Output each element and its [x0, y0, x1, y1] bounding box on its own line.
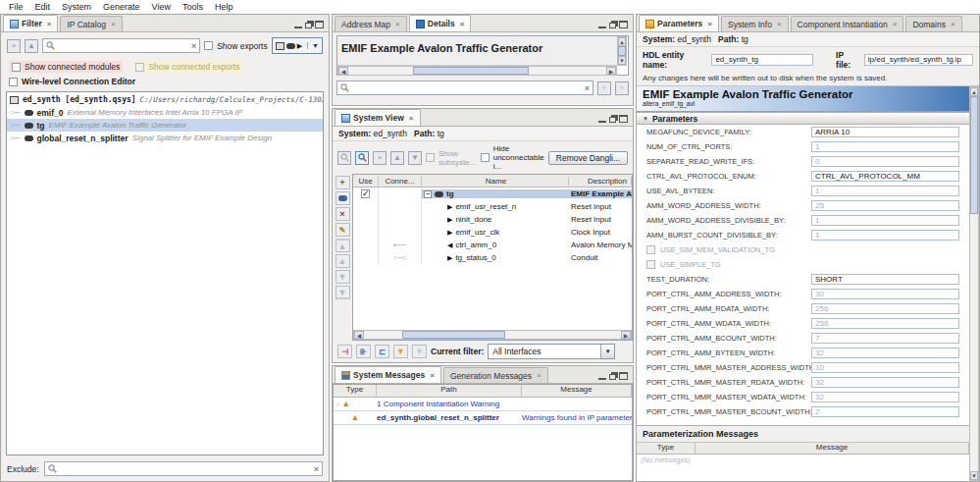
details-search-field[interactable]: ×	[336, 80, 593, 95]
show-exports-checkbox[interactable]	[204, 41, 213, 50]
tab-details[interactable]: Details ×	[409, 15, 472, 31]
maximize-icon[interactable]	[619, 21, 628, 28]
parameters-section-header[interactable]: ▼ Parameters	[637, 112, 969, 125]
current-filter-dropdown[interactable]: All Interfaces ▼	[488, 344, 615, 359]
zoom-in-icon[interactable]	[355, 151, 369, 165]
close-icon[interactable]: ×	[951, 20, 955, 28]
remove-dangling-button[interactable]: Remove Dangli...	[548, 151, 628, 165]
tab-system-view[interactable]: System View ×	[335, 109, 421, 126]
restore-icon[interactable]	[609, 117, 616, 123]
table-row-emif-usr-clk[interactable]: ▶ emif_usr_clk Clock Input	[353, 226, 632, 239]
use-checkbox[interactable]	[361, 189, 370, 198]
chevron-down-icon[interactable]: ▼	[307, 42, 319, 49]
tab-filter[interactable]: Filter ×	[3, 15, 58, 31]
connection-point-icon[interactable]: ○─○	[393, 254, 406, 261]
duplicate-component-icon[interactable]	[335, 191, 350, 205]
param-field[interactable]: SHORT	[811, 274, 959, 285]
exclude-field[interactable]: ×	[44, 461, 323, 476]
scroll-down-icon[interactable]: ▼	[618, 56, 626, 65]
parameters-vertical-scrollbar[interactable]: ▲ ▼	[969, 86, 979, 481]
param-field[interactable]: CTRL_AVL_PROTOCOL_MM	[811, 171, 959, 182]
collapse-all-icon[interactable]: ⊏	[375, 345, 389, 358]
tab-system-messages[interactable]: System Messages ×	[335, 366, 441, 383]
col-type[interactable]: Type	[637, 443, 696, 454]
col-connections[interactable]: Conne...	[379, 177, 422, 186]
scrollbar-thumb[interactable]	[970, 96, 978, 214]
filter-search-field[interactable]: ×	[42, 38, 200, 53]
menu-tools[interactable]: Tools	[178, 1, 208, 13]
close-icon[interactable]: ×	[111, 20, 116, 28]
restore-icon[interactable]	[609, 374, 616, 380]
filter-active-icon[interactable]: ▼	[393, 345, 408, 358]
wire-level-checkbox[interactable]	[9, 78, 18, 86]
edit-component-icon[interactable]: ✎	[335, 223, 350, 237]
close-icon[interactable]: ×	[430, 371, 435, 380]
table-row-ninit-done[interactable]: ▶ ninit_done Reset Input	[353, 213, 632, 226]
minimize-icon[interactable]	[598, 373, 606, 380]
show-interfaces-icon[interactable]: ⊪	[356, 345, 371, 358]
table-row-tg[interactable]: − tg EMIF Example Avalon Traffic	[353, 187, 632, 200]
scroll-up-icon[interactable]: ▲	[618, 37, 626, 46]
table-row-tg-status-0[interactable]: ○─○ ▶ tg_status_0 Conduit	[353, 251, 632, 264]
tab-generation-messages[interactable]: Generation Messages ×	[443, 367, 548, 383]
expand-lever-icon[interactable]: ○─	[10, 121, 21, 130]
add-component-icon[interactable]: +	[335, 176, 350, 189]
scroll-down-icon[interactable]: ▼	[970, 471, 978, 480]
clear-search-icon[interactable]: ×	[191, 41, 196, 51]
maximize-icon[interactable]	[315, 21, 324, 28]
clear-search-icon[interactable]: ×	[585, 83, 590, 93]
col-use[interactable]: Use	[353, 177, 379, 186]
maximize-icon[interactable]	[619, 115, 628, 123]
close-icon[interactable]: ×	[409, 114, 414, 123]
clear-exclude-icon[interactable]: ×	[314, 464, 319, 474]
scroll-right-icon[interactable]: ▶	[621, 331, 631, 339]
tab-parameters[interactable]: Parameters ×	[639, 15, 719, 31]
tree-item-emif-0[interactable]: ○─ emif_0 External Memory Interfaces Int…	[7, 106, 323, 119]
col-description[interactable]: Description	[569, 177, 632, 186]
message-row-warning[interactable]: ▲ ed_synth.global_reset_n_splitter Warni…	[334, 411, 632, 425]
system-view-horizontal-scrollbar[interactable]: ◀ ▶	[353, 330, 632, 340]
table-row-emif-usr-reset-n[interactable]: ▶ emif_usr_reset_n Reset Input	[353, 200, 632, 213]
show-connected-modules-option[interactable]: Show connected modules	[9, 61, 123, 73]
close-icon[interactable]: ×	[893, 20, 898, 28]
remove-component-icon[interactable]: ×	[335, 207, 350, 221]
close-icon[interactable]: ×	[777, 20, 782, 28]
restore-icon[interactable]	[305, 23, 312, 28]
menu-file[interactable]: File	[4, 1, 28, 13]
tree-item-global-reset-n-splitter[interactable]: ○─ global_reset_n_splitter Signal Splitt…	[7, 132, 323, 144]
scroll-right-icon[interactable]: ▶	[606, 67, 616, 75]
maximize-icon[interactable]	[619, 372, 628, 380]
scroll-left-icon[interactable]: ◀	[338, 67, 348, 75]
message-row-group[interactable]: ○ ▲ 1 Component Instantiation Warning	[334, 398, 632, 411]
close-icon[interactable]: ×	[47, 20, 52, 28]
details-vertical-scrollbar[interactable]: ▲ ▼	[617, 36, 627, 66]
tab-address-map[interactable]: Address Map ×	[335, 16, 407, 31]
up-level-button[interactable]: ▲	[25, 39, 38, 53]
scroll-left-icon[interactable]: ◀	[354, 331, 364, 339]
find-previous-button[interactable]: ‹	[597, 81, 611, 95]
hdl-entity-field[interactable]: ed_synth_tg	[711, 54, 813, 66]
menu-help[interactable]: Help	[210, 1, 238, 13]
scrollbar-thumb[interactable]	[413, 67, 529, 75]
tree-item-tg[interactable]: ○─ tg EMIF Example Avalon Traffic Genera…	[7, 119, 323, 132]
scrollbar-thumb[interactable]	[618, 46, 626, 56]
hide-unconnectable-checkbox[interactable]	[481, 153, 490, 162]
col-type[interactable]: Type	[334, 385, 377, 397]
expand-lever-icon[interactable]: ○─	[10, 134, 21, 142]
collapse-icon[interactable]: −	[424, 190, 432, 198]
minimize-icon[interactable]	[598, 116, 606, 123]
col-message[interactable]: Message	[522, 385, 632, 397]
details-horizontal-scrollbar[interactable]: ◀ ▶	[337, 66, 617, 76]
expand-lever-icon[interactable]: ○	[335, 401, 339, 407]
expand-lever-icon[interactable]: ○─	[10, 108, 21, 117]
param-field[interactable]: ARRIA 10	[811, 127, 959, 137]
col-path[interactable]: Path	[377, 385, 522, 397]
find-next-button[interactable]: ›	[615, 81, 629, 95]
clear-filter-button[interactable]: ×	[7, 39, 21, 53]
col-message[interactable]: Message	[696, 443, 969, 454]
close-icon[interactable]: ×	[537, 371, 542, 380]
collapse-section-icon[interactable]: ▼	[643, 116, 648, 122]
menu-generate[interactable]: Generate	[98, 1, 145, 13]
tab-system-info[interactable]: System Info ×	[721, 16, 789, 31]
chevron-down-icon[interactable]: ▼	[600, 345, 614, 358]
